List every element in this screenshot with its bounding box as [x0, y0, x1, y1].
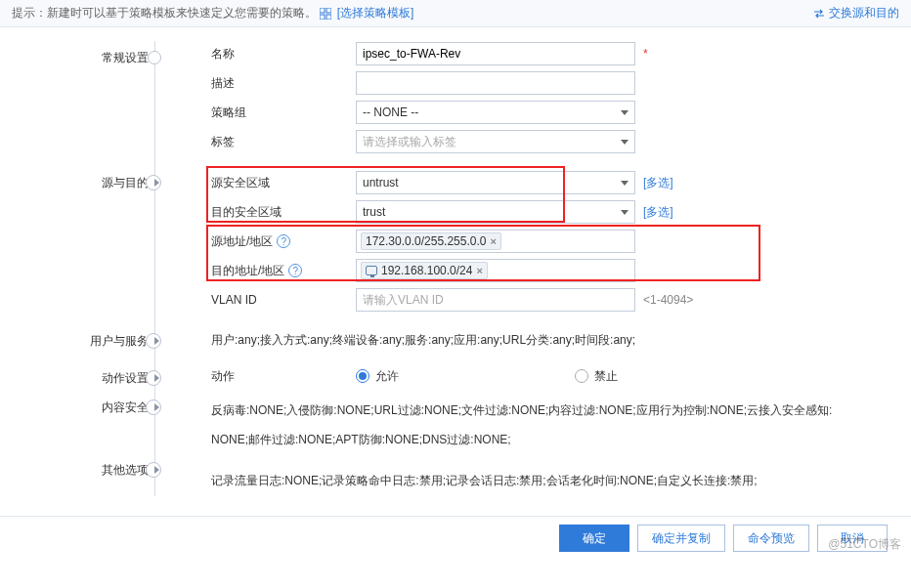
- src-addr-input[interactable]: 172.30.0.0/255.255.0.0 ×: [356, 230, 635, 253]
- svg-rect-1: [326, 8, 331, 13]
- hint-text: 提示：新建时可以基于策略模板来快速定义您需要的策略。: [12, 6, 317, 20]
- label-src-addr: 源地址/地区?: [211, 233, 356, 250]
- user-service-summary: 用户:any;接入方式:any;终端设备:any;服务:any;应用:any;U…: [211, 328, 901, 352]
- play-icon: [154, 403, 159, 411]
- radio-icon: [356, 369, 369, 383]
- section-src-dst[interactable]: 源与目的: [10, 170, 188, 195]
- template-grid-icon: [320, 8, 331, 20]
- section-content-security[interactable]: 内容安全: [10, 395, 188, 420]
- vlan-hint: <1-4094>: [643, 293, 693, 307]
- label-name: 名称: [211, 46, 356, 63]
- section-other-options[interactable]: 其他选项: [10, 457, 188, 483]
- src-zone-select[interactable]: untrust: [356, 171, 635, 194]
- select-template-link[interactable]: [选择策略模板]: [337, 6, 414, 20]
- ok-copy-button[interactable]: 确定并复制: [637, 525, 725, 552]
- tag-select[interactable]: 请选择或输入标签: [356, 130, 635, 153]
- chevron-down-icon: [621, 210, 629, 215]
- policy-group-value: -- NONE --: [363, 105, 418, 119]
- chip-remove-icon[interactable]: ×: [490, 235, 496, 247]
- chevron-down-icon: [621, 181, 629, 186]
- name-input[interactable]: [356, 42, 635, 65]
- radio-allow-label: 允许: [375, 368, 399, 385]
- swap-icon: [813, 8, 825, 20]
- chip-remove-icon[interactable]: ×: [476, 265, 482, 276]
- vlan-id-input[interactable]: [356, 288, 635, 312]
- other-options-summary: 记录流量日志:NONE;记录策略命中日志:禁用;记录会话日志:禁用;会话老化时间…: [211, 469, 901, 492]
- section-action[interactable]: 动作设置: [10, 365, 188, 391]
- src-addr-chip: 172.30.0.0/255.255.0.0 ×: [361, 232, 501, 250]
- ok-button[interactable]: 确定: [559, 525, 629, 552]
- dst-zone-value: trust: [363, 205, 385, 219]
- section-general: 常规设置: [10, 45, 188, 70]
- required-mark: *: [643, 47, 648, 61]
- radio-deny[interactable]: 禁止: [575, 368, 618, 385]
- dst-zone-select[interactable]: trust: [356, 200, 635, 224]
- label-description: 描述: [211, 75, 356, 92]
- description-input[interactable]: [356, 71, 635, 95]
- label-dst-addr: 目的地址/地区?: [211, 263, 356, 279]
- radio-icon: [575, 369, 588, 383]
- section-user-service[interactable]: 用户与服务: [10, 328, 188, 354]
- label-tag: 标签: [211, 134, 356, 150]
- swap-link-label: 交换源和目的: [829, 5, 899, 21]
- policy-group-select[interactable]: -- NONE --: [356, 101, 635, 124]
- label-vlan-id: VLAN ID: [211, 293, 356, 307]
- dst-zone-more-link[interactable]: [多选]: [643, 204, 673, 221]
- svg-rect-2: [320, 15, 325, 20]
- dst-addr-chip: 192.168.100.0/24 ×: [361, 262, 488, 279]
- dst-addr-input[interactable]: 192.168.100.0/24 ×: [356, 259, 635, 282]
- label-dst-zone: 目的安全区域: [211, 204, 356, 221]
- content-security-summary-b: NONE;邮件过滤:NONE;APT防御:NONE;DNS过滤:NONE;: [211, 428, 901, 451]
- swap-src-dst-link[interactable]: 交换源和目的: [813, 5, 899, 21]
- watermark: @51CTO博客: [828, 536, 901, 553]
- help-icon[interactable]: ?: [277, 234, 290, 248]
- play-icon: [154, 179, 159, 187]
- radio-deny-label: 禁止: [594, 368, 618, 385]
- tag-placeholder: 请选择或输入标签: [363, 134, 456, 150]
- svg-rect-3: [326, 15, 331, 20]
- help-icon[interactable]: ?: [288, 264, 302, 277]
- chevron-down-icon: [621, 140, 629, 145]
- cmd-preview-button[interactable]: 命令预览: [733, 525, 809, 552]
- radio-allow[interactable]: 允许: [356, 368, 399, 385]
- play-icon: [154, 337, 159, 345]
- src-zone-value: untrust: [363, 176, 399, 189]
- play-icon: [154, 466, 159, 474]
- label-action: 动作: [211, 368, 356, 385]
- label-src-zone: 源安全区域: [211, 175, 356, 191]
- svg-rect-0: [320, 8, 325, 13]
- src-zone-more-link[interactable]: [多选]: [643, 175, 673, 191]
- play-icon: [154, 374, 159, 382]
- content-security-summary-a: 反病毒:NONE;入侵防御:NONE;URL过滤:NONE;文件过滤:NONE;…: [211, 399, 901, 422]
- label-policy-group: 策略组: [211, 105, 356, 121]
- chevron-down-icon: [621, 110, 629, 115]
- network-icon: [366, 266, 377, 275]
